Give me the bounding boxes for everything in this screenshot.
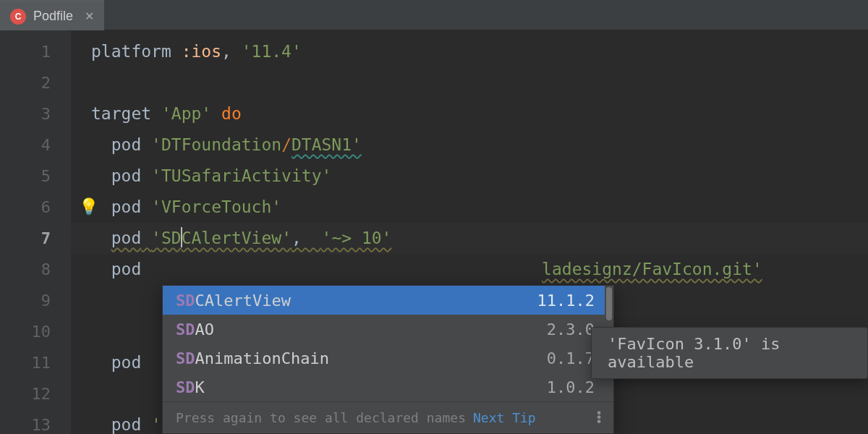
inspection-tooltip: 'FavIcon 3.1.0' is available <box>591 327 868 379</box>
code-line: pod 'VForceTouch' <box>71 192 868 223</box>
line-number: 10 <box>0 316 71 347</box>
line-number: 13 <box>0 409 71 434</box>
gutter: 12345678910111213 <box>0 30 71 434</box>
cocoapods-icon: C <box>10 9 26 25</box>
code-line: pod 'TUSafariActivity' <box>71 161 868 192</box>
editor-tab-bar: C Podfile ✕ <box>0 0 868 30</box>
line-number: 11 <box>0 347 71 378</box>
line-number: 6 <box>0 192 71 223</box>
intention-bulb-icon[interactable]: 💡 <box>79 197 98 216</box>
code-line: pod 'SDCAlertView', '~> 10' <box>71 223 868 254</box>
completion-footer: Press again to see all declared names Ne… <box>163 401 613 433</box>
completion-item[interactable]: SDCAlertView11.1.2 <box>163 286 613 315</box>
code-line: pod 'DTFoundation/DTASN1' <box>71 129 868 161</box>
code-line: platform :ios, '11.4' <box>71 36 868 67</box>
tab-title: Podfile <box>33 9 73 24</box>
completion-item[interactable]: SDK1.0.2 <box>163 373 613 401</box>
line-number: 7 <box>0 223 71 254</box>
line-number: 9 <box>0 285 71 316</box>
code-line: target 'App' do <box>71 98 868 129</box>
line-number: 8 <box>0 254 71 285</box>
completion-popup: SDCAlertView11.1.2SDAO2.3.0SDAnimationCh… <box>162 285 614 434</box>
completion-hint: Press again to see all declared names <box>176 410 466 425</box>
line-number: 12 <box>0 378 71 409</box>
line-number: 1 <box>0 36 71 67</box>
more-icon[interactable]: ••• <box>595 412 603 425</box>
completion-list: SDCAlertView11.1.2SDAO2.3.0SDAnimationCh… <box>163 286 613 401</box>
completion-item[interactable]: SDAnimationChain0.1.7 <box>163 344 613 373</box>
editor-tab[interactable]: C Podfile ✕ <box>0 0 104 30</box>
editor: 12345678910111213 💡 platform :ios, '11.4… <box>0 30 868 434</box>
completion-item[interactable]: SDAO2.3.0 <box>163 315 613 344</box>
line-number: 4 <box>0 129 71 161</box>
line-number: 2 <box>0 67 71 98</box>
code-line <box>71 67 868 98</box>
close-icon[interactable]: ✕ <box>85 9 94 23</box>
line-number: 3 <box>0 98 71 129</box>
next-tip-link[interactable]: Next Tip <box>473 410 536 425</box>
line-number: 5 <box>0 161 71 192</box>
code-line: pod ladesignz/FavIcon.git' <box>71 254 868 285</box>
